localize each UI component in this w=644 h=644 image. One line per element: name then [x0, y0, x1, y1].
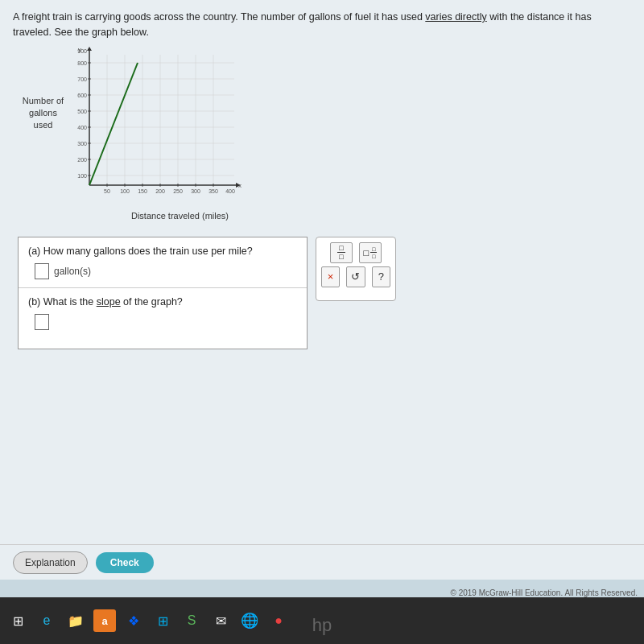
answer-b-input[interactable] — [35, 314, 49, 330]
y-axis-label: Number of gallons used — [21, 95, 65, 132]
svg-text:150: 150 — [138, 188, 147, 194]
explanation-button[interactable]: Explanation — [13, 551, 88, 574]
taskbar-ppt-icon[interactable]: ● — [267, 609, 290, 632]
svg-text:700: 700 — [77, 76, 87, 82]
slope-link[interactable]: slope — [97, 296, 121, 308]
svg-text:400: 400 — [77, 125, 87, 130]
svg-text:100: 100 — [120, 188, 130, 194]
taskbar-edge-icon[interactable]: e — [35, 609, 58, 632]
math-tools-panel: □ □ □□□ × ↺ ? — [316, 237, 396, 301]
svg-text:200: 200 — [77, 157, 87, 163]
answer-a-row: gallon(s) — [35, 263, 297, 279]
svg-text:y: y — [78, 47, 81, 53]
clear-button[interactable]: × — [321, 266, 340, 287]
svg-text:x: x — [238, 182, 242, 189]
svg-marker-18 — [87, 47, 92, 51]
questions-box: (a) How many gallons does the train use … — [18, 237, 308, 349]
svg-text:500: 500 — [77, 109, 87, 114]
check-button[interactable]: Check — [96, 552, 154, 573]
svg-text:50: 50 — [104, 188, 110, 194]
answer-a-unit: gallon(s) — [54, 266, 91, 277]
taskbar-app1-icon[interactable]: ⊞ — [151, 609, 174, 632]
graph-wrapper: 100 200 300 400 500 600 700 800 900 — [65, 47, 242, 208]
svg-text:250: 250 — [173, 188, 183, 194]
taskbar-app2-icon[interactable]: S — [180, 609, 203, 632]
answer-a-input[interactable] — [35, 263, 49, 279]
fraction-icon: □ □ — [337, 245, 345, 261]
fraction-button[interactable]: □ □ — [330, 242, 353, 263]
svg-text:600: 600 — [77, 93, 87, 98]
mixed-number-icon: □□□ — [364, 246, 378, 259]
questions-container: (a) How many gallons does the train use … — [18, 237, 631, 349]
svg-text:300: 300 — [191, 188, 200, 194]
help-button[interactable]: ? — [372, 266, 390, 287]
svg-text:400: 400 — [225, 188, 235, 194]
question-a-label: (a) How many gallons does the train use … — [28, 246, 297, 257]
taskbar-start-icon[interactable]: ⊞ — [6, 609, 29, 632]
question-part-b: (b) What is the slope of the graph? — [19, 288, 307, 338]
math-tools-top-row: □ □ □□□ — [321, 242, 390, 263]
taskbar: ⊞ e 📁 a ❖ ⊞ S ✉ 🌐 ● hp — [0, 597, 644, 644]
taskbar-files-icon[interactable]: 📁 — [64, 609, 87, 632]
x-axis-label: Distance traveled (miles) — [118, 211, 242, 221]
graph-area: 100 200 300 400 500 600 700 800 900 — [65, 47, 242, 221]
taskbar-amazon-icon[interactable]: a — [93, 609, 116, 632]
svg-text:800: 800 — [77, 60, 87, 66]
svg-text:350: 350 — [208, 188, 218, 194]
bottom-bar: Explanation Check — [0, 544, 644, 580]
main-content: A freight train is carrying goods across… — [0, 0, 644, 580]
varies-directly-link[interactable]: varies directly — [425, 11, 486, 23]
mixed-number-button[interactable]: □□□ — [359, 242, 382, 263]
svg-line-53 — [89, 63, 138, 185]
math-tools-bottom-row: × ↺ ? — [321, 266, 390, 287]
question-b-label: (b) What is the slope of the graph? — [28, 296, 297, 308]
svg-text:300: 300 — [77, 141, 87, 147]
taskbar-dropbox-icon[interactable]: ❖ — [122, 609, 145, 632]
question-part-a: (a) How many gallons does the train use … — [19, 237, 307, 288]
undo-button[interactable]: ↺ — [346, 266, 365, 287]
graph-container: Number of gallons used — [21, 47, 631, 221]
answer-b-row — [35, 314, 297, 330]
problem-text: A freight train is carrying goods across… — [13, 10, 625, 40]
taskbar-hp-logo: hp — [312, 615, 332, 636]
taskbar-mail-icon[interactable]: ✉ — [209, 609, 232, 632]
copyright-bar: © 2019 McGraw-Hill Education. All Rights… — [451, 588, 638, 597]
svg-text:100: 100 — [77, 173, 87, 179]
taskbar-chrome-icon[interactable]: 🌐 — [238, 609, 261, 632]
svg-text:200: 200 — [155, 188, 165, 194]
graph-svg: 100 200 300 400 500 600 700 800 900 — [65, 47, 242, 208]
